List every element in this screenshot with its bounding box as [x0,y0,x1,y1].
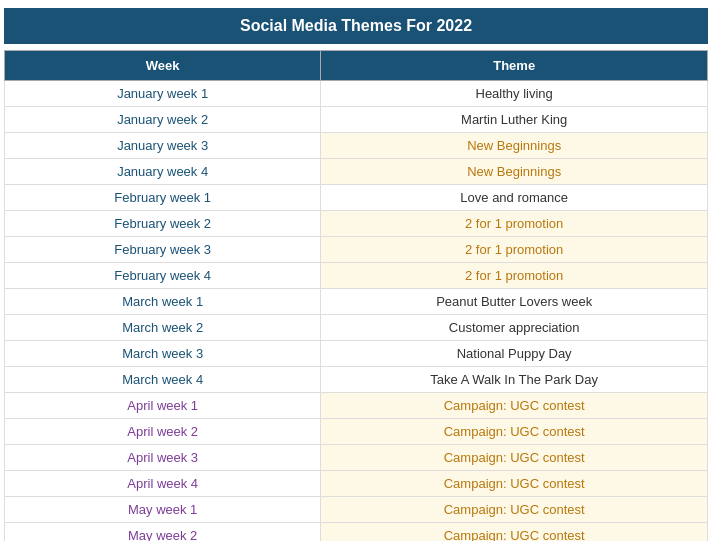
theme-cell: Martin Luther King [321,107,708,133]
table-row: January week 2Martin Luther King [5,107,708,133]
table-body: January week 1Healthy livingJanuary week… [5,81,708,542]
table-row: March week 1Peanut Butter Lovers week [5,289,708,315]
page-container: Social Media Themes For 2022 Week Theme … [0,0,712,541]
week-cell: April week 2 [5,419,321,445]
week-cell: January week 3 [5,133,321,159]
theme-cell: Peanut Butter Lovers week [321,289,708,315]
table-row: May week 2Campaign: UGC contest [5,523,708,542]
week-cell: April week 1 [5,393,321,419]
table-row: February week 32 for 1 promotion [5,237,708,263]
theme-cell: Love and romance [321,185,708,211]
themes-table: Week Theme January week 1Healthy livingJ… [4,50,708,541]
theme-cell: New Beginnings [321,159,708,185]
theme-cell: 2 for 1 promotion [321,211,708,237]
table-row: April week 3Campaign: UGC contest [5,445,708,471]
week-cell: April week 3 [5,445,321,471]
table-row: February week 42 for 1 promotion [5,263,708,289]
table-row: April week 4Campaign: UGC contest [5,471,708,497]
week-cell: January week 2 [5,107,321,133]
theme-cell: Campaign: UGC contest [321,419,708,445]
week-cell: January week 4 [5,159,321,185]
theme-cell: Campaign: UGC contest [321,497,708,523]
theme-cell: Campaign: UGC contest [321,393,708,419]
table-row: March week 2Customer appreciation [5,315,708,341]
table-header-row: Week Theme [5,51,708,81]
table-row: March week 3National Puppy Day [5,341,708,367]
week-cell: May week 2 [5,523,321,542]
week-header: Week [5,51,321,81]
week-cell: February week 3 [5,237,321,263]
theme-cell: New Beginnings [321,133,708,159]
table-row: January week 4New Beginnings [5,159,708,185]
theme-cell: Campaign: UGC contest [321,471,708,497]
theme-cell: National Puppy Day [321,341,708,367]
theme-cell: Healthy living [321,81,708,107]
week-cell: May week 1 [5,497,321,523]
theme-cell: 2 for 1 promotion [321,237,708,263]
table-row: January week 1Healthy living [5,81,708,107]
week-cell: March week 4 [5,367,321,393]
theme-cell: Campaign: UGC contest [321,523,708,542]
week-cell: April week 4 [5,471,321,497]
week-cell: March week 1 [5,289,321,315]
theme-cell: Take A Walk In The Park Day [321,367,708,393]
theme-header: Theme [321,51,708,81]
week-cell: February week 2 [5,211,321,237]
week-cell: February week 4 [5,263,321,289]
theme-cell: 2 for 1 promotion [321,263,708,289]
week-cell: March week 2 [5,315,321,341]
page-title: Social Media Themes For 2022 [4,8,708,44]
table-row: April week 1Campaign: UGC contest [5,393,708,419]
table-row: May week 1Campaign: UGC contest [5,497,708,523]
theme-cell: Customer appreciation [321,315,708,341]
table-row: March week 4Take A Walk In The Park Day [5,367,708,393]
week-cell: March week 3 [5,341,321,367]
theme-cell: Campaign: UGC contest [321,445,708,471]
table-row: April week 2Campaign: UGC contest [5,419,708,445]
week-cell: February week 1 [5,185,321,211]
table-row: February week 1Love and romance [5,185,708,211]
table-row: February week 22 for 1 promotion [5,211,708,237]
table-row: January week 3New Beginnings [5,133,708,159]
week-cell: January week 1 [5,81,321,107]
